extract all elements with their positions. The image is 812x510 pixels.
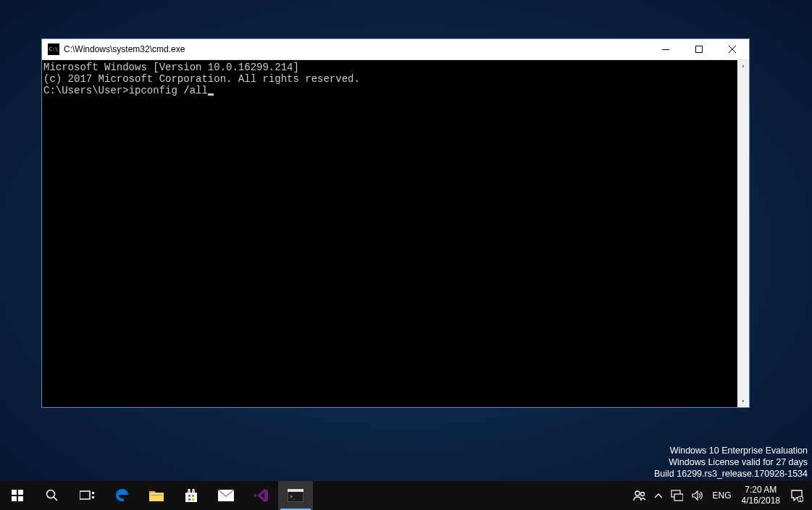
svg-rect-5 [18, 496, 23, 501]
minimize-icon [662, 49, 669, 50]
cmd-taskbar-icon: >_ [288, 489, 304, 502]
action-center-icon: 1 [790, 489, 803, 502]
scroll-down-button[interactable]: ▾ [737, 396, 749, 407]
cmd-window: C:\ C:\Windows\system32\cmd.exe Microsof… [41, 38, 750, 408]
svg-rect-10 [92, 496, 94, 498]
svg-rect-3 [18, 490, 23, 495]
close-button[interactable] [716, 39, 749, 59]
svg-rect-14 [188, 498, 191, 501]
store-button[interactable] [174, 481, 209, 510]
svg-point-6 [47, 490, 55, 498]
svg-rect-13 [192, 495, 194, 497]
clock-button[interactable]: 7:20 AM 4/16/2018 [736, 481, 786, 510]
tray-chevron-button[interactable] [650, 481, 666, 510]
svg-rect-0 [662, 49, 669, 50]
window-controls [649, 39, 749, 59]
edge-button[interactable] [104, 481, 139, 510]
network-button[interactable] [666, 481, 687, 510]
search-icon [46, 489, 59, 502]
svg-rect-18 [288, 489, 304, 492]
taskbar-left: >_ [0, 481, 313, 510]
visualstudio-icon [253, 488, 269, 503]
watermark-line: Windows 10 Enterprise Evaluation [654, 445, 808, 456]
action-center-button[interactable]: 1 [786, 481, 808, 510]
svg-point-20 [635, 491, 640, 496]
svg-rect-9 [92, 492, 94, 494]
svg-line-7 [54, 497, 57, 501]
svg-rect-4 [12, 496, 17, 501]
taskview-icon [80, 490, 94, 501]
language-button[interactable]: ENG [708, 481, 736, 510]
visualstudio-button[interactable] [243, 481, 278, 510]
svg-rect-2 [12, 490, 17, 495]
cmd-command: ipconfig /all [129, 85, 208, 96]
svg-text:>_: >_ [290, 494, 296, 500]
svg-rect-11 [151, 495, 162, 496]
svg-rect-1 [696, 46, 703, 53]
language-label: ENG [713, 490, 732, 501]
store-icon [183, 488, 199, 503]
volume-icon [692, 490, 704, 501]
titlebar-title: C:\Windows\system32\cmd.exe [64, 44, 649, 54]
folder-icon [148, 489, 164, 502]
cmd-prompt-line: C:\Users\User>ipconfig /all [43, 85, 749, 96]
explorer-button[interactable] [139, 481, 174, 510]
svg-rect-15 [192, 498, 194, 501]
scroll-up-button[interactable]: ▴ [737, 60, 749, 72]
cmd-app-icon: C:\ [48, 43, 59, 55]
windows-icon [12, 490, 23, 501]
watermark-line: Windows License valid for 27 days [654, 456, 808, 468]
maximize-button[interactable] [682, 39, 716, 59]
edge-icon [113, 487, 130, 504]
show-desktop-button[interactable] [808, 481, 812, 510]
close-icon [729, 46, 736, 53]
network-icon [671, 490, 683, 501]
svg-text:1: 1 [799, 497, 802, 502]
cmd-output-line: (c) 2017 Microsoft Corporation. All righ… [43, 73, 749, 85]
clock-date: 4/16/2018 [742, 496, 780, 506]
volume-button[interactable] [687, 481, 708, 510]
taskbar: >_ [0, 481, 812, 510]
svg-rect-23 [674, 494, 683, 501]
maximize-icon [695, 46, 703, 53]
clock-time: 7:20 AM [745, 485, 777, 496]
cmd-output-line: Microsoft Windows [Version 10.0.16299.21… [43, 62, 749, 73]
taskbar-right: ENG 7:20 AM 4/16/2018 1 [629, 481, 812, 510]
taskview-button[interactable] [70, 481, 104, 510]
svg-rect-8 [80, 491, 90, 499]
svg-point-21 [640, 493, 644, 496]
svg-rect-12 [188, 495, 191, 497]
activation-watermark: Windows 10 Enterprise Evaluation Windows… [654, 445, 808, 480]
cursor-icon [208, 93, 214, 96]
cmd-prompt: C:\Users\User> [43, 85, 129, 96]
watermark-line: Build 16299.rs3_release.170928-1534 [654, 468, 808, 480]
search-button[interactable] [35, 481, 70, 510]
mail-button[interactable] [209, 481, 243, 510]
start-button[interactable] [0, 481, 35, 510]
chevron-up-icon [655, 493, 662, 498]
mail-icon [217, 489, 235, 502]
minimize-button[interactable] [649, 39, 682, 59]
scrollbar[interactable]: ▴ ▾ [737, 60, 749, 407]
people-button[interactable] [629, 481, 650, 510]
cmd-terminal-body[interactable]: Microsoft Windows [Version 10.0.16299.21… [42, 60, 749, 407]
titlebar[interactable]: C:\ C:\Windows\system32\cmd.exe [42, 39, 749, 60]
people-icon [633, 489, 646, 502]
cmd-taskbar-button[interactable]: >_ [278, 481, 313, 510]
